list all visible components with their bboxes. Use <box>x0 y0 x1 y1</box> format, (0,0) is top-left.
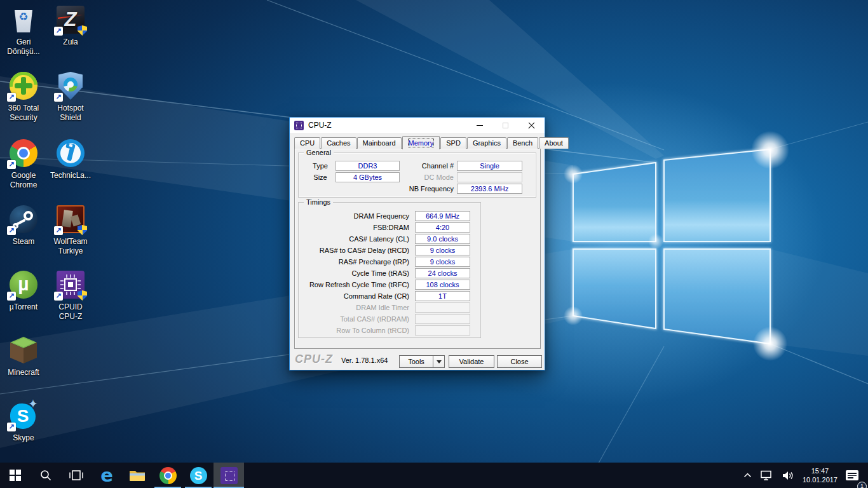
network-tray-button[interactable] <box>756 463 778 488</box>
taskbar-clock[interactable]: 15:47 10.01.2017 <box>799 466 841 484</box>
channel-label: Channel # <box>400 162 454 170</box>
recycle-bin-icon: ♻ <box>8 4 39 35</box>
desktop-icon-utorrent[interactable]: µ ↗ µTorrent <box>0 266 47 312</box>
chevron-up-icon <box>743 473 752 478</box>
timing-value: 9 clocks <box>415 257 470 267</box>
action-center-button[interactable]: 1 <box>841 463 863 488</box>
desktop-icon-recycle-bin[interactable]: ♻ GeriDönüşü... <box>0 1 47 57</box>
file-explorer-button[interactable] <box>122 463 153 488</box>
close-button[interactable] <box>519 118 545 133</box>
tab-spd[interactable]: SPD <box>440 137 466 149</box>
task-view-icon <box>69 470 83 480</box>
icon-label: WolfTeamTurkiye <box>53 237 87 256</box>
grass-block-art <box>8 335 39 365</box>
shortcut-arrow-icon: ↗ <box>7 226 16 235</box>
shortcut-arrow-icon: ↗ <box>7 93 16 102</box>
chrome-icon: ↗ <box>8 138 39 168</box>
tools-dropdown-button[interactable] <box>433 355 445 368</box>
cpuz-app-icon <box>294 121 304 130</box>
search-button[interactable] <box>31 463 61 488</box>
close-window-button[interactable]: Close <box>497 355 542 368</box>
cpuz-taskbar-button[interactable] <box>214 463 244 488</box>
cpuz-tabbar: CPU Caches Mainboard Memory SPD Graphics… <box>294 136 541 149</box>
update-sparkle-icon: ✦ <box>28 398 41 410</box>
skype-taskbar-button[interactable]: S <box>183 463 214 488</box>
chrome-taskbar-button[interactable] <box>153 463 183 488</box>
timings-groupbox: Timings DRAM Frequency 664.9 MHz FSB:DRA… <box>298 202 481 338</box>
tab-graphics[interactable]: Graphics <box>467 137 506 149</box>
shortcut-arrow-icon: ↗ <box>7 423 16 431</box>
maximize-button <box>492 118 519 133</box>
icon-label: µTorrent <box>10 302 37 312</box>
general-legend: General <box>304 149 334 156</box>
timing-value: 4:20 <box>415 222 470 233</box>
minimize-button[interactable] <box>466 118 492 133</box>
tab-caches[interactable]: Caches <box>321 137 356 149</box>
timing-row: Total CAS# (tRDRAM) <box>302 313 470 325</box>
desktop-icon-hotspot-shield[interactable]: ↗ HotspotShield <box>47 67 94 123</box>
start-button[interactable] <box>0 463 31 488</box>
timing-row: Row To Column (tRCD) <box>302 325 470 336</box>
desktop-icon-skype[interactable]: S ✦ ↗ Skype <box>0 397 47 443</box>
desktop-icon-zula[interactable]: Z ↗ Zula <box>47 1 94 47</box>
timing-value: 9 clocks <box>415 245 470 255</box>
tab-about[interactable]: About <box>539 137 569 149</box>
tab-bench[interactable]: Bench <box>507 137 538 149</box>
zula-icon: Z ↗ <box>55 4 86 35</box>
system-tray: 15:47 10.01.2017 1 <box>739 463 868 488</box>
cpuz-logo: CPU-Z <box>295 353 333 366</box>
chrome-icon <box>159 467 177 484</box>
desktop-icon-technic-launcher[interactable]: TechnicLa... <box>47 135 94 180</box>
cpuz-footer: CPU-Z Ver. 1.78.1.x64 Tools Validate Clo… <box>290 349 545 370</box>
timing-value <box>415 325 470 336</box>
cpuz-icon <box>220 467 238 484</box>
tab-mainboard[interactable]: Mainboard <box>357 137 402 149</box>
shortcut-arrow-icon: ↗ <box>7 160 16 169</box>
technic-launcher-icon <box>55 138 86 168</box>
volume-tray-button[interactable] <box>778 463 799 488</box>
task-view-button[interactable] <box>61 463 92 488</box>
360-total-security-icon: ↗ <box>8 71 39 101</box>
windows-logo-icon <box>10 470 21 481</box>
close-icon <box>528 122 535 129</box>
desktop-icon-google-chrome[interactable]: ↗ GoogleChrome <box>0 135 47 190</box>
desktop-icon-minecraft[interactable]: Minecraft <box>0 332 47 377</box>
cpuz-titlebar[interactable]: CPU-Z <box>290 118 545 133</box>
timing-row: CAS# Latency (CL) 9.0 clocks <box>302 233 470 245</box>
icon-label: CPUIDCPU-Z <box>58 302 82 322</box>
search-icon <box>39 469 52 482</box>
desktop-icon-steam[interactable]: ↗ Steam <box>0 201 47 247</box>
desktop-icon-360-total-security[interactable]: ↗ 360 TotalSecurity <box>0 67 47 123</box>
timing-row: RAS# Precharge (tRP) 9 clocks <box>302 256 470 268</box>
tab-memory[interactable]: Memory <box>402 136 440 149</box>
timing-value: 108 clocks <box>415 280 470 290</box>
tools-button[interactable]: Tools <box>399 355 433 368</box>
icon-label: 360 TotalSecurity <box>8 104 39 123</box>
desktop-icon-wolfteam[interactable]: ↗ WolfTeamTurkiye <box>47 201 94 256</box>
shortcut-arrow-icon: ↗ <box>54 27 63 36</box>
shortcut-arrow-icon: ↗ <box>54 93 63 102</box>
icon-label: Steam <box>13 237 35 247</box>
shortcut-arrow-icon: ↗ <box>7 292 16 301</box>
timing-row: DRAM Idle Timer <box>302 302 470 313</box>
tab-cpu[interactable]: CPU <box>294 137 320 149</box>
file-explorer-icon <box>129 468 146 482</box>
timing-value: 24 clocks <box>415 268 470 278</box>
channel-value: Single <box>457 161 522 171</box>
icon-label: Minecraft <box>8 368 39 377</box>
size-value: 4 GBytes <box>336 172 400 182</box>
dc-mode-label: DC Mode <box>400 173 454 181</box>
desktop-icon-cpuid-cpuz[interactable]: ↗ CPUIDCPU-Z <box>47 266 94 322</box>
validate-button[interactable]: Validate <box>449 355 494 368</box>
timing-row: DRAM Frequency 664.9 MHz <box>302 210 470 222</box>
icon-label: GoogleChrome <box>10 171 37 190</box>
timing-row: RAS# to CAS# Delay (tRCD) 9 clocks <box>302 245 470 256</box>
icon-label: HotspotShield <box>57 104 83 123</box>
type-label: Type <box>305 162 336 170</box>
shortcut-arrow-icon: ↗ <box>54 226 63 235</box>
tray-overflow-button[interactable] <box>739 463 756 488</box>
edge-button[interactable]: e <box>92 463 122 488</box>
timing-row: Command Rate (CR) 1T <box>302 290 470 302</box>
nb-frequency-value: 2393.6 MHz <box>457 184 522 194</box>
timing-row: Row Refresh Cycle Time (tRFC) 108 clocks <box>302 279 470 290</box>
